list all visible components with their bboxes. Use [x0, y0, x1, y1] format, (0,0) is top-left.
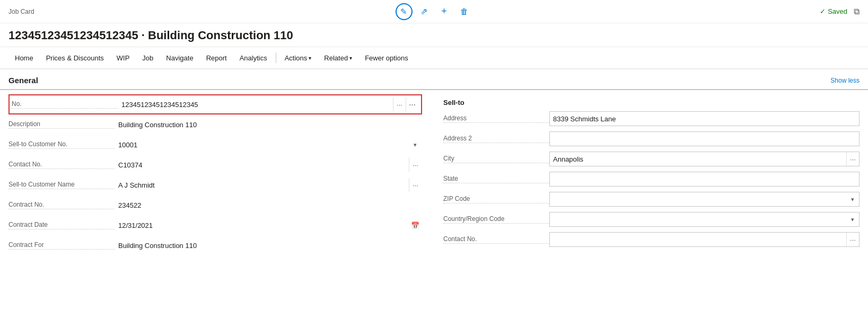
top-bar-right: ✓ Saved ⧉	[820, 7, 860, 16]
country-region-code-dropdown-arrow[interactable]: ▾	[846, 212, 859, 226]
field-city: City ···	[443, 149, 860, 169]
add-button[interactable]: +	[436, 3, 453, 20]
share-icon: ⇗	[420, 6, 427, 16]
label-state: State	[443, 175, 549, 183]
sell-to-customer-no-input[interactable]	[115, 138, 409, 152]
input-state-field	[549, 172, 860, 187]
left-form: No. ··· ⋯ Description Sell-to Cust	[8, 94, 422, 255]
input-address-field	[549, 111, 860, 126]
tab-actions[interactable]: Actions ▾	[278, 49, 318, 67]
open-in-new-icon[interactable]: ⧉	[854, 7, 860, 16]
input-contract-for-field	[115, 238, 422, 253]
nav-divider	[276, 52, 276, 63]
chevron-down-icon: ▾	[349, 55, 352, 61]
edit-button[interactable]: ✎	[396, 3, 413, 20]
country-region-code-input[interactable]	[550, 212, 846, 226]
tab-report[interactable]: Report	[200, 49, 233, 68]
description-input[interactable]	[115, 117, 422, 132]
city-wrapper: ···	[549, 152, 860, 166]
contract-no-input[interactable]	[115, 198, 422, 212]
label-address2: Address 2	[443, 135, 549, 143]
address-input[interactable]	[549, 111, 860, 126]
label-contact-no-right: Contact No.	[443, 235, 549, 244]
city-more-button[interactable]: ···	[846, 152, 859, 166]
contract-date-input[interactable]	[115, 218, 409, 232]
field-address2: Address 2	[443, 129, 860, 149]
label-contact-no: Contact No.	[8, 161, 115, 169]
tab-navigate[interactable]: Navigate	[160, 49, 199, 68]
pencil-icon: ✎	[400, 7, 407, 16]
sell-to-customer-name-more-button[interactable]: ···	[409, 178, 422, 192]
label-contract-date: Contract Date	[8, 221, 115, 229]
field-contact-no-right: Contact No. ···	[443, 229, 860, 250]
contact-no-right-input[interactable]	[550, 233, 846, 246]
label-sell-to-customer-no: Sell-to Customer No.	[8, 140, 115, 149]
tab-wip[interactable]: WIP	[110, 49, 136, 68]
tab-related[interactable]: Related ▾	[318, 49, 358, 67]
tab-home[interactable]: Home	[8, 49, 40, 68]
label-description: Description	[8, 120, 115, 129]
field-sell-to-customer-name: Sell-to Customer Name ···	[8, 175, 422, 195]
field-contract-for: Contract For	[8, 235, 422, 255]
general-section-header: General Show less	[0, 69, 868, 90]
contract-for-input[interactable]	[115, 238, 422, 253]
delete-button[interactable]: 🗑	[456, 3, 473, 20]
sell-to-customer-name-wrapper: ···	[115, 178, 422, 192]
share-button[interactable]: ⇗	[416, 3, 433, 20]
tab-analytics[interactable]: Analytics	[233, 49, 274, 68]
page-header: 12345123451234512345 · Building Construc…	[0, 23, 868, 47]
input-address2-field	[549, 131, 860, 146]
sell-to-header: Sell-to	[443, 94, 860, 109]
input-sell-to-customer-no-field: ▾	[115, 137, 422, 152]
label-contract-no: Contract No.	[8, 201, 115, 209]
sell-to-customer-name-input[interactable]	[115, 178, 409, 192]
label-address: Address	[443, 114, 549, 123]
tab-prices-discounts[interactable]: Prices & Discounts	[40, 49, 110, 68]
top-bar: Job Card ✎ ⇗ + 🗑 ✓ Saved ⧉	[0, 0, 868, 23]
address2-input[interactable]	[549, 131, 860, 146]
contact-no-input[interactable]	[115, 158, 409, 172]
field-zip-code: ZIP Code ▾	[443, 189, 860, 209]
zip-code-input[interactable]	[550, 192, 846, 206]
input-contract-no-field	[115, 198, 422, 212]
field-sell-to-customer-no: Sell-to Customer No. ▾	[8, 135, 422, 155]
page-title: 12345123451234512345 · Building Construc…	[8, 29, 860, 42]
input-contact-no-field: ···	[115, 157, 422, 172]
toolbar-icons: ✎ ⇗ + 🗑	[396, 3, 473, 20]
sell-to-customer-no-dropdown-arrow[interactable]: ▾	[409, 138, 422, 152]
city-input[interactable]	[550, 152, 846, 166]
no-input[interactable]	[118, 98, 393, 111]
nav-tabs: Home Prices & Discounts WIP Job Navigate…	[0, 47, 868, 69]
tab-job[interactable]: Job	[136, 49, 160, 68]
label-country-region-code: Country/Region Code	[443, 215, 549, 224]
zip-code-wrapper: ▾	[549, 192, 860, 207]
field-address: Address	[443, 109, 860, 129]
field-contract-no: Contract No.	[8, 195, 422, 215]
plus-icon: +	[441, 6, 447, 17]
tab-fewer-options[interactable]: Fewer options	[358, 49, 415, 68]
input-contract-date-field: 📅	[115, 218, 422, 233]
input-no-field: ··· ⋯	[118, 97, 419, 112]
no-more-button[interactable]: ⋯	[406, 98, 418, 111]
no-dots-button[interactable]: ···	[393, 98, 406, 111]
contact-no-right-wrapper: ···	[549, 232, 860, 247]
contact-no-more-button[interactable]: ···	[409, 158, 422, 172]
saved-status: ✓ Saved	[820, 7, 847, 15]
label-sell-to-customer-name: Sell-to Customer Name	[8, 181, 115, 189]
input-sell-to-customer-name-field: ···	[115, 178, 422, 192]
show-less-button[interactable]: Show less	[830, 77, 860, 84]
field-contact-no: Contact No. ···	[8, 155, 422, 175]
calendar-icon-button[interactable]: 📅	[409, 218, 422, 232]
state-input[interactable]	[549, 172, 860, 187]
field-state: State	[443, 169, 860, 189]
zip-code-dropdown-arrow[interactable]: ▾	[846, 192, 859, 206]
input-contact-no-right-field: ···	[549, 232, 860, 247]
contact-no-right-more-button[interactable]: ···	[846, 233, 859, 246]
section-title-general: General	[8, 76, 38, 85]
field-description: Description	[8, 114, 422, 135]
input-city-field: ···	[549, 152, 860, 166]
chevron-down-icon: ▾	[309, 55, 311, 61]
label-no: No.	[12, 100, 118, 109]
input-country-region-code-field: ▾	[549, 212, 860, 227]
field-country-region-code: Country/Region Code ▾	[443, 209, 860, 229]
